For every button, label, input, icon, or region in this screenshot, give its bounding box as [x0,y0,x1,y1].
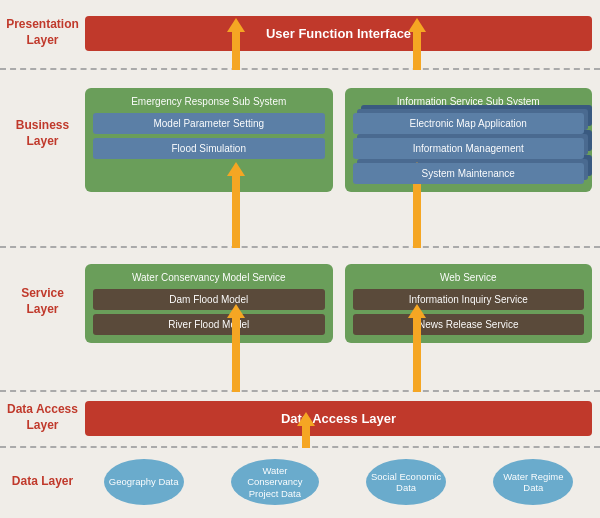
stacked-item-0: Electronic Map Application [353,113,585,134]
svg-marker-6 [227,162,245,176]
arrow-data-to-dataaccess [295,408,317,450]
business-content: Emergency Response Sub System Model Para… [85,78,592,192]
web-service-title: Web Service [353,272,585,283]
data-item-1: Water Conservancy Project Data [231,459,319,505]
data-item-3: Water Regime Data [493,459,573,505]
water-service: Water Conservancy Model Service Dam Floo… [85,264,333,343]
stacked-item-1: Information Management [353,138,585,159]
data-access-content: Data Access Layer [85,401,592,436]
arrow-business-to-presentation-left [225,14,247,72]
water-service-title: Water Conservancy Model Service [93,272,325,283]
electronic-map: Electronic Map Application [353,113,585,134]
svg-marker-4 [408,18,426,32]
service-item-2: Information Inquiry Service [353,289,585,310]
svg-marker-14 [297,412,315,426]
stacked-item-2: System Maintenance [353,163,585,184]
arrow-dataaccess-to-service-left [225,300,247,394]
presentation-content: User Function Interface [85,16,592,51]
svg-marker-10 [227,304,245,318]
business-layer-row: Business Layer Emergency Response Sub Sy… [0,78,600,238]
info-subsystem: Information Service Sub System Electroni… [345,88,593,192]
presentation-bar: User Function Interface [85,16,592,51]
data-access-label: Data Access Layer [0,398,85,437]
svg-marker-12 [408,304,426,318]
emergency-subsystem: Emergency Response Sub System Model Para… [85,88,333,192]
service-item-1: River Flood Model [93,314,325,335]
separator-1 [0,68,600,70]
arrow-service-to-business-left [225,158,247,250]
web-service: Web Service Information Inquiry Service … [345,264,593,343]
info-management: Information Management [353,138,585,159]
svg-marker-2 [227,18,245,32]
emergency-title: Emergency Response Sub System [93,96,325,107]
business-item-1: Flood Simulation [93,138,325,159]
sys-maintenance: System Maintenance [353,163,585,184]
presentation-layer-row: Presentation Layer User Function Interfa… [0,8,600,58]
service-item-3: News Release Service [353,314,585,335]
arrow-business-to-presentation-right [406,14,428,72]
business-item-0: Model Parameter Setting [93,113,325,134]
data-access-bar: Data Access Layer [85,401,592,436]
service-content: Water Conservancy Model Service Dam Floo… [85,256,592,343]
diagram: Presentation Layer User Function Interfa… [0,0,600,518]
data-content: Geography Data Water Conservancy Project… [85,459,592,505]
separator-3 [0,390,600,392]
separator-2 [0,246,600,248]
arrow-dataaccess-to-service-right [406,300,428,394]
service-item-0: Dam Flood Model [93,289,325,310]
data-item-2: Social Economic Data [366,459,446,505]
data-layer-row: Data Layer Geography Data Water Conserva… [0,452,600,512]
service-layer-row: Service Layer Water Conservancy Model Se… [0,256,600,386]
data-item-0: Geography Data [104,459,184,505]
data-label: Data Layer [0,470,85,494]
presentation-label: Presentation Layer [0,13,85,52]
service-label: Service Layer [0,256,85,321]
business-label: Business Layer [0,78,85,153]
